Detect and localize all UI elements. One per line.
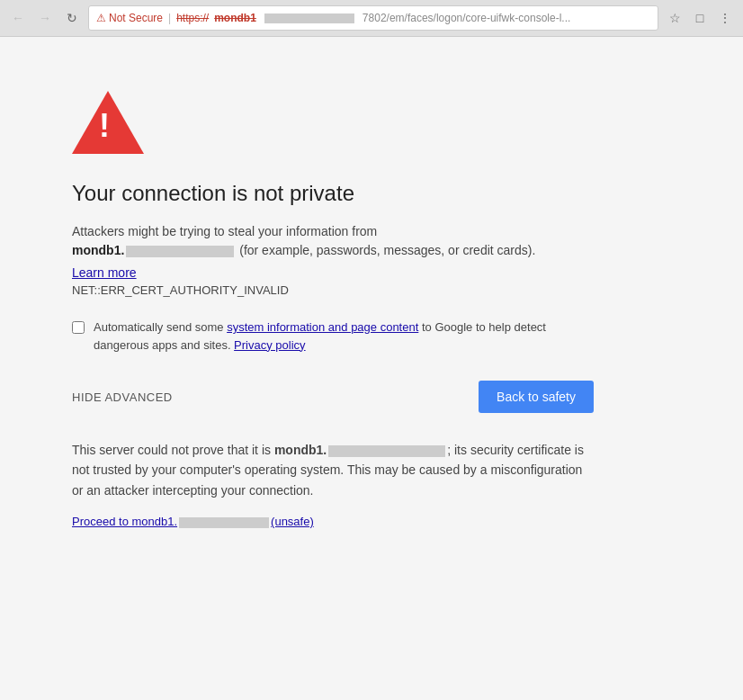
bookmark-button[interactable]: ☆: [664, 7, 685, 29]
advanced-hostname-blurred: [328, 445, 445, 457]
browser-toolbar: ← → ↻ ⚠ Not Secure | https://mondb17802/…: [0, 0, 743, 36]
browser-chrome: ← → ↻ ⚠ Not Secure | https://mondb17802/…: [0, 0, 743, 37]
checkbox-label-part1: Automatically send some: [94, 320, 227, 334]
hostname-blurred: [126, 246, 234, 257]
advanced-hostname: mondb1.: [274, 443, 327, 457]
description-text: Attackers might be trying to steal your …: [72, 222, 594, 260]
toolbar-icons: ☆ □ ⋮: [664, 7, 736, 29]
privacy-policy-link[interactable]: Privacy policy: [234, 338, 305, 352]
address-bar[interactable]: ⚠ Not Secure | https://mondb17802/em/fac…: [88, 5, 658, 31]
checkbox-label: Automatically send some system informati…: [94, 319, 594, 354]
url-blurred: [264, 13, 354, 23]
system-info-link[interactable]: system information and page content: [227, 320, 418, 334]
back-button[interactable]: ←: [7, 7, 29, 29]
url-separator: |: [168, 12, 171, 24]
url-domain: mondb1: [214, 12, 256, 24]
proceed-link-row: Proceed to mondb1.(unsafe): [72, 513, 594, 529]
url-path: 7802/em/faces/logon/core-uifwk-console-l…: [363, 12, 570, 24]
proceed-blurred: [179, 517, 269, 528]
proceed-link[interactable]: Proceed to mondb1.(unsafe): [72, 515, 314, 528]
hostname-bold: mondb1.: [72, 243, 124, 257]
extension-button[interactable]: □: [689, 7, 711, 29]
send-info-checkbox[interactable]: [72, 321, 85, 334]
error-code: NET::ERR_CERT_AUTHORITY_INVALID: [72, 283, 671, 297]
proceed-link-text: Proceed to mondb1.: [72, 515, 177, 528]
page-title: Your connection is not private: [72, 181, 671, 206]
security-warning: ⚠ Not Secure: [96, 12, 163, 24]
warning-triangle-icon: ⚠: [96, 12, 106, 24]
hide-advanced-button[interactable]: HIDE ADVANCED: [72, 390, 173, 404]
advanced-section: This server could not prove that it is m…: [72, 440, 594, 529]
description-line2: (for example, passwords, messages, or cr…: [236, 243, 535, 257]
learn-more-link[interactable]: Learn more: [72, 265, 671, 280]
url-protocol: https://: [176, 12, 209, 24]
warning-triangle-icon: [72, 91, 144, 154]
menu-button[interactable]: ⋮: [714, 7, 736, 29]
page-content: Your connection is not private Attackers…: [0, 37, 743, 700]
button-row: HIDE ADVANCED Back to safety: [72, 381, 594, 413]
back-to-safety-button[interactable]: Back to safety: [479, 381, 594, 413]
proceed-unsafe: (unsafe): [271, 515, 314, 528]
not-secure-label: Not Secure: [109, 12, 163, 24]
refresh-button[interactable]: ↻: [61, 7, 83, 29]
advanced-text-part1: This server could not prove that it is: [72, 443, 274, 457]
description-line1: Attackers might be trying to steal your …: [72, 224, 377, 238]
forward-button[interactable]: →: [34, 7, 56, 29]
checkbox-section: Automatically send some system informati…: [72, 319, 594, 354]
advanced-description: This server could not prove that it is m…: [72, 440, 594, 500]
